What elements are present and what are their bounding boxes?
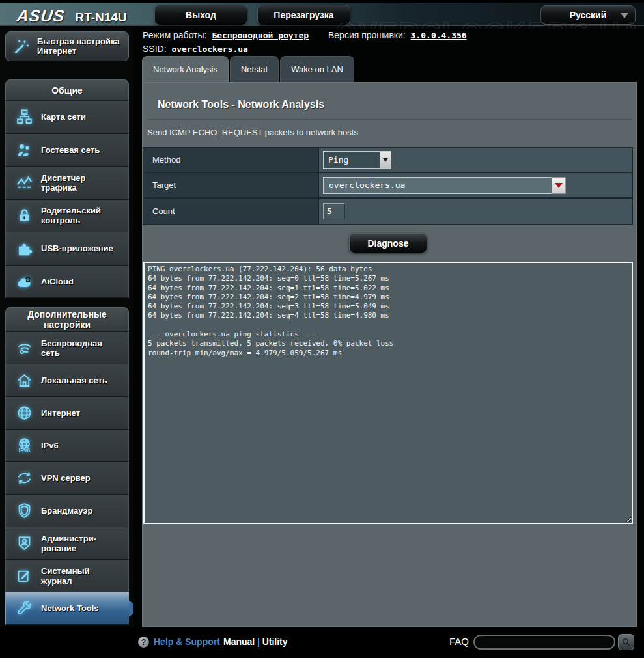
ipv6-icon: IPv6 (14, 436, 35, 456)
sidebar-section-advanced: Дополнительные настройки Беспроводная се… (5, 307, 129, 625)
status-infobar: Режим работы: Беспроводной роутер Версия… (143, 29, 467, 56)
reboot-button[interactable]: Перезагрузка (257, 5, 350, 25)
faq-search-input[interactable] (473, 635, 615, 650)
footer-links: Manual | Utility (223, 637, 288, 647)
sidebar: Быстрая настройка Интернет Общие Карта с… (0, 29, 133, 627)
target-label: Target (143, 173, 319, 197)
link-separator: | (257, 637, 260, 647)
manual-link[interactable]: Manual (223, 637, 255, 647)
diagnose-button[interactable]: Diagnose (349, 233, 427, 253)
sidebar-item-aicloud[interactable]: AiCloud (5, 266, 129, 299)
sidebar-item-network-map[interactable]: Карта сети (5, 101, 129, 134)
language-label: Русский (570, 10, 607, 20)
network-tools-icon (14, 599, 35, 618)
help-icon[interactable]: ? (138, 637, 149, 648)
asus-logo: ASUS (16, 7, 66, 25)
faq-search-button[interactable] (618, 634, 634, 650)
wireless-icon (14, 338, 35, 358)
ssid-link[interactable]: overclockers.ua (171, 44, 247, 54)
tab-netstat[interactable]: Netstat (230, 56, 279, 82)
sidebar-item-label: Брандмауэр (41, 506, 92, 515)
method-select[interactable]: Ping (323, 151, 391, 169)
sidebar-item-network-tools[interactable]: Network Tools (5, 592, 129, 625)
router-model: RT-N14U (75, 10, 126, 25)
sidebar-item-label: Администри- рование (41, 534, 96, 553)
network-map-icon (14, 107, 35, 127)
method-label: Method (143, 148, 319, 172)
dropdown-arrow-icon[interactable] (380, 152, 391, 168)
sidebar-item-label: Родительский контроль (41, 206, 101, 225)
sidebar-item-internet[interactable]: Интернет (5, 397, 129, 430)
sidebar-item-parental-control[interactable]: Родительский контроль (5, 200, 129, 233)
tab-wake-on-lan[interactable]: Wake on LAN (280, 56, 354, 82)
ping-output-textarea[interactable] (143, 262, 633, 524)
sidebar-item-label: Network Tools (41, 603, 99, 613)
lan-icon (14, 371, 35, 391)
divider (147, 119, 632, 120)
tab-bar: Network Analysis Netstat Wake on LAN (142, 56, 354, 82)
admin-icon (14, 534, 35, 553)
sidebar-section-general: Общие Карта сети Гостевая сеть Диспетчер… (5, 79, 129, 298)
footer: ? Help & Support Manual | Utility FAQ (0, 627, 644, 658)
brand: ASUS RT-N14U (17, 7, 127, 25)
top-banner: ASUS RT-N14U Выход Перезагрузка Русский (0, 0, 644, 26)
sidebar-item-administration[interactable]: Администри- рование (5, 527, 129, 560)
chevron-down-icon (621, 13, 628, 18)
table-row: Count (143, 199, 632, 224)
sidebar-item-label: Диспетчер трафика (41, 173, 85, 193)
sidebar-item-label: USB-приложение (41, 243, 113, 253)
quick-setup-button[interactable]: Быстрая настройка Интернет (5, 31, 129, 61)
firmware-label: Версия прошивки: (328, 30, 406, 40)
sidebar-item-label: Беспроводная сеть (41, 338, 102, 358)
sidebar-item-label: IPv6 (41, 441, 59, 450)
mode-link[interactable]: Беспроводной роутер (212, 31, 309, 40)
sidebar-item-label: AiCloud (41, 277, 74, 286)
sidebar-item-label: Системный журнал (41, 566, 90, 586)
sidebar-item-label: Локальная сеть (41, 376, 107, 385)
mode-label: Режим работы: (143, 30, 207, 40)
sidebar-item-vpn-server[interactable]: VPN сервер (5, 462, 129, 495)
language-selector[interactable]: Русский (540, 5, 636, 25)
target-input[interactable] (323, 177, 552, 194)
table-row: Method Ping (143, 148, 632, 173)
content-area: Режим работы: Беспроводной роутер Версия… (133, 29, 644, 627)
vpn-icon (14, 469, 35, 488)
count-input[interactable] (323, 203, 345, 219)
sidebar-item-firewall[interactable]: Брандмауэр (5, 495, 129, 527)
page-title: Network Tools - Network Analysis (158, 99, 324, 111)
internet-icon (14, 404, 35, 423)
sidebar-item-label: Карта сети (41, 112, 86, 122)
firewall-icon (14, 501, 35, 521)
traffic-manager-icon (14, 173, 35, 193)
quick-setup-label: Быстрая настройка Интернет (37, 36, 120, 56)
target-combo (323, 177, 566, 194)
form-description: Send ICMP ECHO_REQUEST packets to networ… (147, 128, 358, 137)
section-title-advanced: Дополнительные настройки (5, 307, 129, 332)
tab-network-analysis[interactable]: Network Analysis (142, 56, 229, 82)
guest-network-icon (14, 140, 35, 159)
utility-link[interactable]: Utility (262, 637, 288, 647)
sidebar-item-traffic-manager[interactable]: Диспетчер трафика (5, 167, 129, 200)
search-icon (621, 637, 631, 647)
faq-label: FAQ (449, 636, 469, 647)
magic-wand-icon (11, 36, 32, 56)
sidebar-item-lan[interactable]: Локальная сеть (5, 364, 129, 397)
sidebar-item-ipv6[interactable]: IPv6 IPv6 (5, 430, 129, 462)
usb-app-icon (14, 239, 35, 258)
sidebar-item-label: Интернет (41, 408, 80, 418)
main-panel: Network Tools - Network Analysis Send IC… (142, 82, 637, 627)
combo-dropdown-arrow-icon[interactable] (552, 177, 566, 194)
method-selected-value: Ping (324, 152, 380, 168)
router-admin-page: ASUS RT-N14U Выход Перезагрузка Русский … (0, 0, 644, 658)
sidebar-item-guest-network[interactable]: Гостевая сеть (5, 134, 129, 167)
sidebar-item-system-log[interactable]: Системный журнал (5, 560, 129, 592)
firmware-link[interactable]: 3.0.0.4.356 (411, 31, 467, 40)
count-label: Count (143, 199, 319, 224)
parental-control-icon (14, 206, 35, 225)
aicloud-icon (14, 271, 35, 291)
sidebar-item-usb-application[interactable]: USB-приложение (5, 232, 129, 266)
sidebar-item-wireless[interactable]: Беспроводная сеть (5, 332, 129, 364)
help-support-link[interactable]: Help & Support (154, 637, 220, 647)
sidebar-item-label: VPN сервер (41, 473, 91, 483)
logout-button[interactable]: Выход (154, 5, 247, 25)
